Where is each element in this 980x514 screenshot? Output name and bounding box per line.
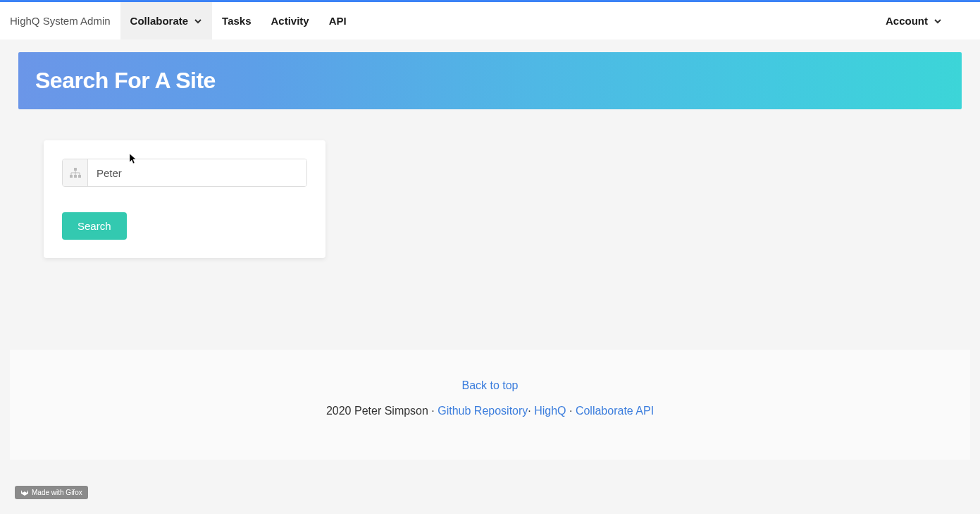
svg-rect-0: [74, 168, 77, 171]
svg-rect-1: [70, 175, 73, 178]
main-navbar: HighQ System Admin Collaborate Tasks Act…: [0, 2, 980, 39]
gifox-watermark: Made with Gifox: [15, 486, 88, 499]
highq-link[interactable]: HighQ: [534, 405, 566, 417]
back-to-top-link[interactable]: Back to top: [461, 379, 518, 391]
nav-collaborate-label: Collaborate: [130, 15, 189, 27]
footer: Back to top 2020 Peter Simpson · Github …: [10, 350, 970, 460]
input-addon: [63, 159, 88, 186]
nav-api[interactable]: API: [319, 2, 356, 39]
svg-rect-2: [74, 175, 77, 178]
search-input-group: [62, 159, 307, 187]
chevron-down-icon: [194, 17, 202, 25]
watermark-text: Made with Gifox: [32, 489, 82, 496]
nav-collaborate[interactable]: Collaborate: [120, 2, 213, 39]
search-button[interactable]: Search: [62, 212, 127, 240]
nav-tasks[interactable]: Tasks: [212, 2, 261, 39]
github-link[interactable]: Github Repository: [438, 405, 528, 417]
nav-account[interactable]: Account: [876, 2, 952, 39]
footer-copyright: 2020 Peter Simpson · Github Repository· …: [10, 405, 970, 417]
separator: ·: [566, 405, 576, 417]
sitemap-icon: [70, 168, 81, 178]
nav-account-label: Account: [886, 15, 928, 27]
copyright-text: 2020 Peter Simpson ·: [326, 405, 438, 417]
collaborate-api-link[interactable]: Collaborate API: [576, 405, 654, 417]
fox-icon: [20, 489, 29, 496]
navbar-right: Account: [876, 2, 980, 39]
nav-activity[interactable]: Activity: [261, 2, 319, 39]
search-input[interactable]: [88, 159, 306, 186]
brand-label[interactable]: HighQ System Admin: [0, 2, 120, 39]
separator: ·: [528, 405, 534, 417]
page-title: Search For A Site: [35, 68, 945, 94]
main-content: Search For A Site Search: [0, 39, 980, 258]
search-card: Search: [44, 140, 325, 258]
chevron-down-icon: [934, 17, 942, 25]
svg-rect-3: [78, 175, 81, 178]
navbar-left: HighQ System Admin Collaborate Tasks Act…: [0, 2, 356, 39]
hero-banner: Search For A Site: [18, 52, 962, 109]
